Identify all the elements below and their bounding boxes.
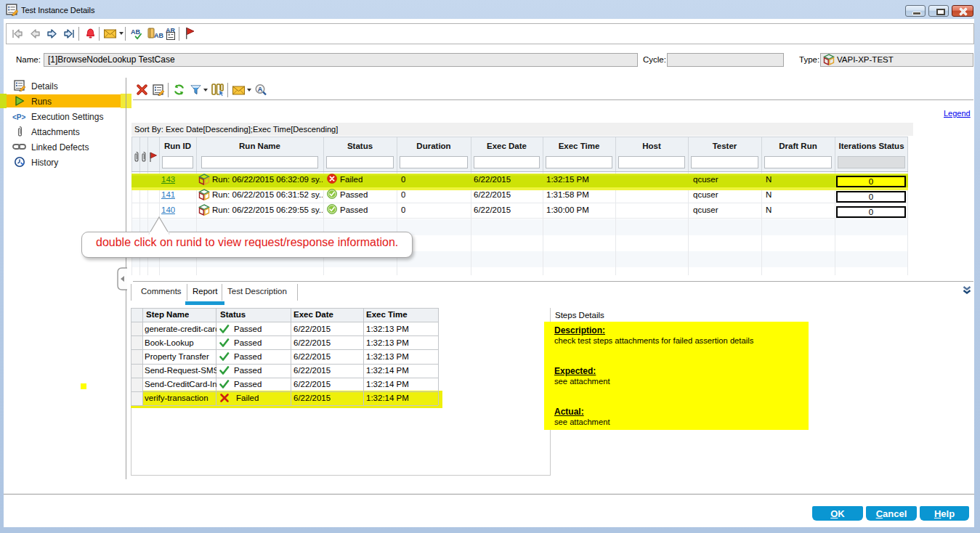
svg-text:A: A <box>258 86 263 93</box>
